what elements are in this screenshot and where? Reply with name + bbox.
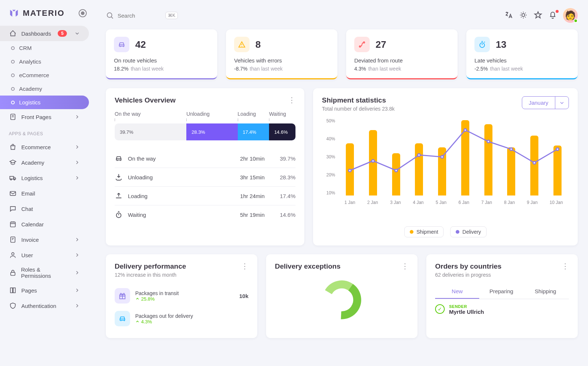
svg-rect-8 [13, 288, 15, 293]
kbd-shortcut: ⌘K [165, 12, 178, 19]
car-icon [114, 37, 129, 52]
shield-icon [9, 302, 17, 310]
more-menu-icon[interactable]: ⋮ [241, 262, 248, 270]
check-circle-icon: ✓ [435, 304, 445, 314]
arrow-up-icon [135, 297, 140, 301]
sidebar-app-pages[interactable]: Pages [0, 283, 89, 298]
sidebar-app-auth[interactable]: Authentication [0, 298, 89, 313]
overview-row: On the way2hr 10min39.7% [115, 149, 295, 168]
status-dot [574, 19, 578, 23]
sidebar-app-email[interactable]: Email [0, 186, 89, 201]
sidebar-app-chat[interactable]: Chat [0, 201, 89, 216]
perf-row: Packages out for delivery4.3% [115, 307, 248, 330]
svg-rect-3 [10, 222, 15, 227]
chevron-right-icon [74, 114, 80, 120]
gift-icon [115, 288, 130, 304]
more-menu-icon[interactable]: ⋮ [401, 262, 409, 270]
upload-icon [115, 192, 123, 200]
overview-row: Loading1hr 24min17.4% [115, 187, 295, 205]
sidebar-app-user[interactable]: User [0, 247, 89, 263]
notification-dot [556, 10, 559, 13]
chevron-right-icon [74, 287, 80, 293]
chevron-right-icon [74, 175, 80, 181]
sidebar-sub-analytics[interactable]: Analytics [0, 55, 89, 68]
chevron-right-icon [74, 303, 80, 309]
sidebar-front-pages[interactable]: Front Pages [0, 109, 89, 125]
avatar[interactable]: 🧑 [563, 8, 578, 23]
sidebar-sub-ecommerce[interactable]: eCommerce [0, 68, 89, 82]
svg-point-14 [116, 213, 121, 218]
chevron-right-icon [74, 144, 80, 150]
sidebar-app-invoice[interactable]: Invoice [0, 232, 89, 247]
shipment-title: Shipment statistics [322, 96, 395, 104]
dot-icon [11, 60, 15, 64]
line-chart [338, 118, 569, 195]
dot-icon [11, 101, 15, 104]
svg-rect-7 [10, 288, 12, 293]
month-select[interactable]: January [522, 96, 569, 109]
svg-rect-2 [10, 191, 16, 195]
stat-card-route: 42 On route vehicles 18.2%than last week [106, 29, 217, 79]
vehicles-overview-card: Vehicles Overview ⋮ On the way Unloading… [106, 88, 304, 245]
stat-card-deviated: 27 Deviated from route 4.3%than last wee… [346, 29, 458, 79]
route-icon [354, 37, 370, 52]
clock-icon [115, 211, 123, 219]
exceptions-title: Delivery exceptions [275, 262, 340, 270]
sidebar-app-academy[interactable]: Academy [0, 155, 89, 170]
chevron-down-icon [555, 97, 569, 109]
shipment-stats-card: Shipment statistics Total number of deli… [313, 88, 578, 245]
translate-icon[interactable] [504, 11, 514, 20]
layout-icon [9, 286, 17, 294]
tab-preparing[interactable]: Preparing [479, 284, 523, 299]
user-icon [9, 251, 17, 259]
chevron-right-icon [74, 252, 80, 258]
sidebar-app-logistics[interactable]: Logistics [0, 170, 89, 186]
search-icon [106, 11, 114, 19]
tab-shipping[interactable]: Shipping [523, 284, 567, 299]
sidebar-sub-crm[interactable]: CRM [0, 41, 89, 55]
chevron-right-icon [74, 159, 80, 165]
brand[interactable]: MATERIO [0, 5, 96, 26]
shipment-subtitle: Total number of deliveries 23.8k [322, 106, 395, 112]
overview-title: Vehicles Overview [115, 96, 176, 104]
legend-shipment[interactable]: Shipment [404, 226, 444, 237]
stat-card-late: 13 Late vehicles -2.5%than last week [466, 29, 578, 79]
star-icon[interactable] [534, 11, 543, 20]
more-menu-icon[interactable]: ⋮ [288, 96, 295, 104]
order-item: ✓ SENDER Myrtle Ullrich [435, 299, 569, 315]
sidebar-app-roles[interactable]: Roles & Permissions [0, 263, 89, 283]
tab-new[interactable]: New [435, 284, 479, 299]
lock-icon [9, 269, 17, 277]
chat-icon [9, 205, 17, 213]
calendar-icon [9, 220, 17, 228]
search-wrap[interactable]: ⌘K [106, 11, 178, 19]
home-icon [9, 29, 17, 37]
legend-delivery[interactable]: Delivery [450, 226, 487, 237]
main-content: ⌘K 🧑 42 On route vehicles 18.2%than last… [96, 0, 588, 366]
dashboards-badge: 5 [58, 30, 67, 37]
svg-point-5 [12, 252, 14, 255]
orders-title: Orders by countries [435, 262, 502, 270]
search-input[interactable] [118, 12, 162, 19]
sidebar-toggle-icon[interactable] [79, 9, 87, 17]
svg-point-10 [522, 14, 525, 17]
topbar: ⌘K 🧑 [106, 4, 578, 29]
sidebar-dashboards[interactable]: Dashboards 5 [0, 26, 89, 41]
cap-icon [9, 158, 17, 166]
more-menu-icon[interactable]: ⋮ [562, 262, 569, 270]
chevron-right-icon [74, 270, 80, 276]
car-icon [115, 311, 130, 326]
svg-point-11 [359, 46, 361, 47]
sidebar-dashboards-label: Dashboards [21, 30, 51, 37]
sidebar-sub-academy[interactable]: Academy [0, 82, 89, 96]
stat-card-errors: 8 Vehicles with errors -8.7%than last we… [226, 29, 337, 79]
download-icon [115, 173, 123, 181]
arrow-up-icon [135, 319, 140, 324]
sidebar-app-ecommerce[interactable]: Ecommerce [0, 139, 89, 155]
sun-icon[interactable] [519, 11, 528, 20]
bell-icon[interactable] [548, 11, 558, 20]
sidebar-app-calendar[interactable]: Calendar [0, 216, 89, 232]
mail-icon [9, 189, 17, 197]
file-icon [9, 113, 17, 121]
sidebar-sub-logistics[interactable]: Logistics [0, 96, 89, 109]
